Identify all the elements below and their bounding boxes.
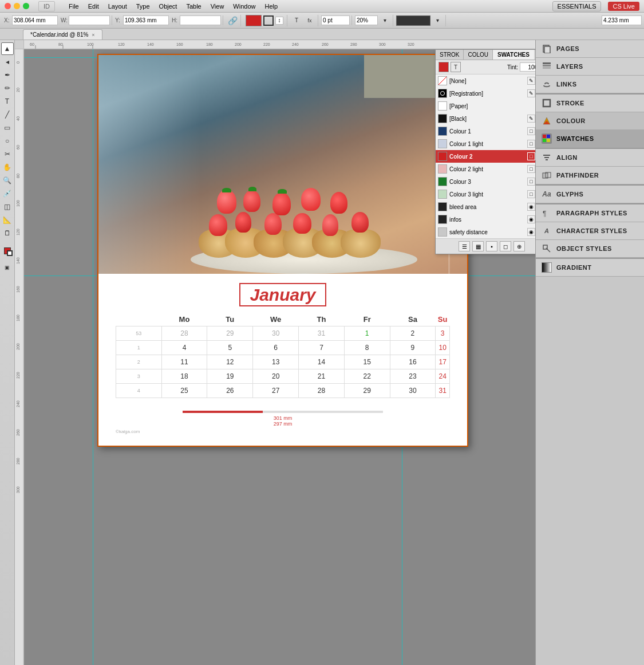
svg-text:80: 80	[58, 42, 63, 46]
panel-pages-header[interactable]: PAGES	[536, 40, 644, 57]
h-input[interactable]	[180, 15, 221, 25]
panel-pathfinder-header[interactable]: PATHFINDER	[536, 167, 644, 184]
calendar-day: 15	[344, 355, 390, 369]
swatch-registration[interactable]: [Registration] ✎ +	[436, 87, 535, 100]
menu-view[interactable]: View	[206, 2, 229, 11]
constrain-proportions[interactable]: 🔗	[226, 15, 239, 26]
footer-btn-3[interactable]: ▪	[486, 241, 497, 251]
swatch-safety[interactable]: safety distance ◉ ✕	[436, 226, 535, 238]
panel-layers-header[interactable]: LAYERS	[536, 58, 644, 75]
swatch-colour3-light[interactable]: Colour 3 light □ ✕	[436, 188, 535, 200]
tool-eyedropper[interactable]: 💉	[1, 187, 14, 200]
tint-input[interactable]	[520, 62, 535, 72]
fill-stroke-toggle[interactable]: ▾	[431, 15, 444, 26]
tool-line[interactable]: ╱	[1, 108, 14, 121]
panel-glyphs-header[interactable]: Aa GLYPHS	[536, 186, 644, 203]
footer-btn-5[interactable]: ⊕	[513, 241, 525, 251]
stroke-color[interactable]	[263, 15, 274, 26]
panel-char-header[interactable]: A CHARACTER STYLES	[536, 222, 644, 239]
close-button[interactable]	[5, 3, 11, 9]
tool-gradient[interactable]: ◫	[1, 200, 14, 213]
panel-menu[interactable]: ▸▾ ✕	[534, 50, 535, 60]
swatch-colour3[interactable]: Colour 3 □ ✕	[436, 175, 535, 188]
document-tab[interactable]: *Calendar.indd @ 81% ×	[23, 29, 102, 40]
panel-stroke-header[interactable]: STROKE	[536, 95, 644, 112]
maximize-button[interactable]	[23, 3, 29, 9]
fill-color[interactable]	[246, 15, 262, 26]
swatch-colour1-light[interactable]: Colour 1 light □ ✕	[436, 137, 535, 150]
swatch-colour1[interactable]: Colour 1 □ ✕	[436, 125, 535, 137]
calendar-day: 11	[161, 355, 207, 369]
swatch-black[interactable]: [Black] ✎ ✕	[436, 112, 535, 125]
pages-icon	[542, 44, 552, 54]
tab-swatches[interactable]: SWATCHES	[493, 50, 534, 60]
tool-pen[interactable]: ✒	[1, 69, 14, 81]
tool-select[interactable]: ▲	[1, 42, 14, 55]
tool-preview-mode[interactable]: ▣	[1, 261, 14, 274]
swatch-paper[interactable]: [Paper]	[436, 100, 535, 112]
cs-live-button[interactable]: CS Live	[608, 2, 639, 11]
y-input[interactable]	[123, 15, 169, 25]
minimize-button[interactable]	[14, 3, 20, 9]
menu-layout[interactable]: Layout	[104, 2, 132, 11]
essentials-button[interactable]: ESSENTIALS	[552, 1, 602, 11]
dimension-input[interactable]	[602, 15, 642, 25]
footer-btn-2[interactable]: ▦	[472, 241, 484, 251]
panel-links-header[interactable]: LINKS	[536, 76, 644, 93]
panel-para-header[interactable]: ¶ PARAGRAPH STYLES	[536, 204, 644, 222]
swatch-infos[interactable]: infos ◉ ✕	[436, 213, 535, 226]
document-tab-close[interactable]: ×	[92, 32, 94, 38]
swatch-colour2-light[interactable]: Colour 2 light □ ✕	[436, 163, 535, 175]
tab-colour[interactable]: COLOU	[464, 50, 493, 60]
canvas-area: 60 80 100 120 140 160 180 200 220 240 26…	[15, 40, 535, 665]
c3-sq: □	[527, 178, 535, 186]
tool-pencil[interactable]: ✏	[1, 82, 14, 95]
tool-zoom[interactable]: 🔍	[1, 174, 14, 187]
tool-type[interactable]: T	[1, 95, 14, 108]
swatch-name-reg: [Registration]	[449, 90, 525, 97]
stroke-weight-btn[interactable]: T	[290, 15, 303, 26]
stroke-weight-input[interactable]	[321, 15, 350, 25]
calendar-day: 6	[253, 341, 299, 355]
tool-measure[interactable]: 📐	[1, 214, 14, 226]
tool-note[interactable]: 🗒	[1, 227, 14, 239]
menu-edit[interactable]: Edit	[84, 2, 104, 11]
menu-object[interactable]: Object	[155, 2, 182, 11]
menu-type[interactable]: Type	[132, 2, 155, 11]
panel-obj-header[interactable]: OBJECT STYLES	[536, 240, 644, 257]
fill-icon[interactable]	[438, 62, 449, 72]
menu-file[interactable]: File	[64, 2, 84, 11]
menu-table[interactable]: Table	[181, 2, 206, 11]
stroke-icon-sw[interactable]: T	[451, 62, 461, 72]
calendar-day: 24	[436, 369, 450, 384]
menu-bar: ID File Edit Layout Type Object Table Vi…	[0, 0, 644, 13]
week-number: 4	[116, 384, 162, 398]
swap-colors[interactable]: ↕	[275, 17, 283, 25]
menu-window[interactable]: Window	[228, 2, 260, 11]
tool-direct-select[interactable]: ◂	[1, 56, 14, 68]
panel-colour-header[interactable]: COLOUR	[536, 112, 644, 129]
strawberry-1	[209, 214, 227, 236]
fx-btn[interactable]: fx	[303, 15, 316, 26]
menu-help[interactable]: Help	[260, 2, 282, 11]
zoom-down[interactable]: ▾	[378, 15, 391, 26]
align-icon	[542, 152, 552, 163]
footer-btn-4[interactable]: ◻	[500, 241, 511, 251]
swatch-none[interactable]: [None] ✎ ✕	[436, 74, 535, 87]
swatch-colour2[interactable]: Colour 2 □ ✕	[436, 150, 535, 163]
panel-align-header[interactable]: ALIGN	[536, 149, 644, 166]
w-input[interactable]	[69, 15, 110, 25]
tool-hand[interactable]: ✋	[1, 161, 14, 174]
swatch-color-c1l	[438, 139, 447, 148]
fill-stroke-box[interactable]	[1, 245, 14, 257]
swatch-bleed[interactable]: bleed area ◉ ✕	[436, 200, 535, 213]
x-input[interactable]	[12, 15, 58, 25]
tool-ellipse[interactable]: ○	[1, 135, 14, 147]
tab-stroke[interactable]: STROK	[436, 50, 464, 60]
zoom-input[interactable]	[355, 15, 378, 25]
tool-rect[interactable]: ▭	[1, 121, 14, 134]
panel-gradient-header[interactable]: GRADIENT	[536, 259, 644, 276]
tool-scissors[interactable]: ✂	[1, 148, 14, 160]
footer-btn-1[interactable]: ☰	[459, 241, 470, 251]
panel-swatches-header[interactable]: SWATCHES	[536, 130, 644, 147]
